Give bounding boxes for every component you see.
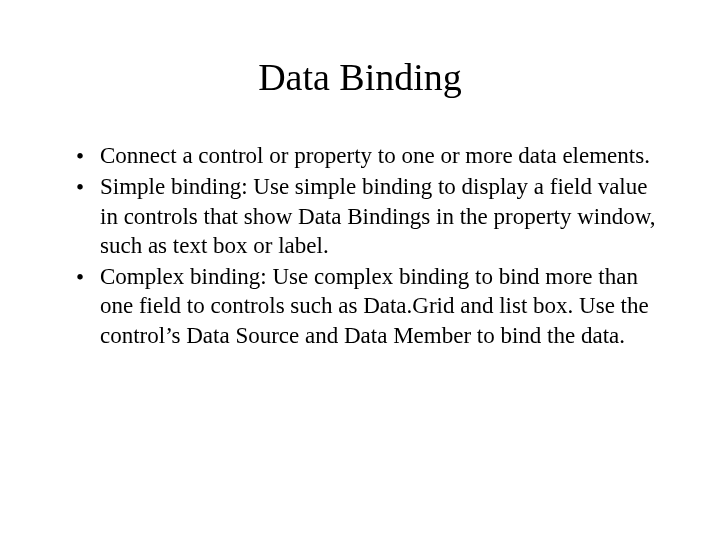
slide: Data Binding • Connect a control or prop… — [0, 0, 720, 540]
bullet-icon: • — [76, 262, 100, 292]
bullet-text: Complex binding: Use complex binding to … — [100, 262, 660, 350]
bullet-icon: • — [76, 172, 100, 202]
bullet-text: Simple binding: Use simple binding to di… — [100, 172, 660, 260]
list-item: • Simple binding: Use simple binding to … — [76, 172, 660, 260]
bullet-text: Connect a control or property to one or … — [100, 141, 660, 170]
list-item: • Connect a control or property to one o… — [76, 141, 660, 171]
bullet-icon: • — [76, 141, 100, 171]
slide-title: Data Binding — [60, 55, 660, 99]
slide-content: • Connect a control or property to one o… — [60, 141, 660, 350]
list-item: • Complex binding: Use complex binding t… — [76, 262, 660, 350]
